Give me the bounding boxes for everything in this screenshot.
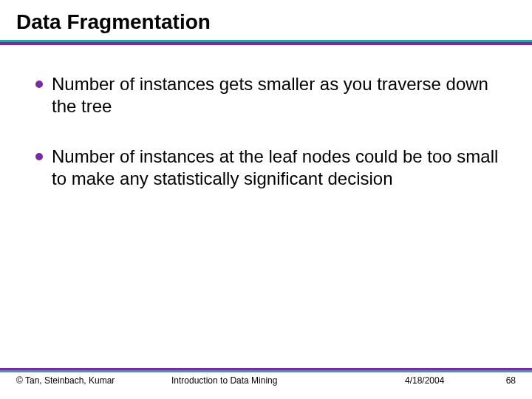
list-item: Number of instances at the leaf nodes co… — [35, 146, 510, 190]
list-item: Number of instances gets smaller as you … — [35, 73, 510, 117]
bullet-icon — [35, 81, 43, 88]
footer-date: 4/18/2004 — [405, 375, 486, 386]
bullet-text: Number of instances at the leaf nodes co… — [52, 146, 510, 190]
slide-content: Number of instances gets smaller as you … — [0, 45, 532, 190]
slide-title: Data Fragmentation — [0, 0, 532, 40]
bullet-icon — [35, 153, 43, 160]
footer-center: Introduction to Data Mining — [171, 375, 405, 386]
footer-copyright: © Tan, Steinbach, Kumar — [16, 375, 171, 386]
title-rule — [0, 40, 532, 45]
slide-footer: © Tan, Steinbach, Kumar Introduction to … — [0, 368, 532, 386]
footer-page-number: 68 — [486, 375, 516, 386]
bullet-text: Number of instances gets smaller as you … — [52, 73, 510, 117]
